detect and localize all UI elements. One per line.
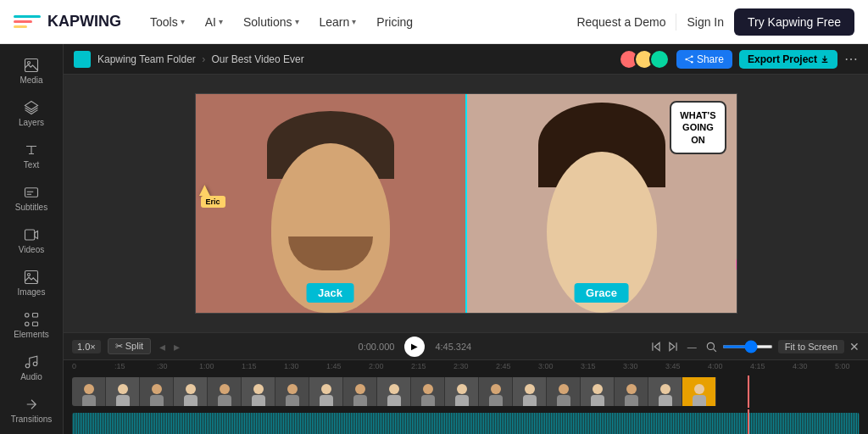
zoom-level[interactable]: 1.0×	[72, 340, 101, 353]
svg-rect-3	[25, 188, 38, 198]
svg-rect-6	[25, 230, 35, 240]
sidebar-item-videos[interactable]: Videos	[3, 220, 60, 261]
logo[interactable]: KAPWING	[14, 12, 121, 32]
ruler-mark: 4:30	[793, 362, 808, 370]
thumb-cell	[547, 377, 581, 406]
ruler-mark: 2:30	[453, 362, 469, 370]
thumb-cell	[411, 377, 445, 406]
try-free-button[interactable]: Try Kapwing Free	[734, 8, 854, 36]
audio-track[interactable]	[64, 409, 868, 434]
svg-point-22	[691, 55, 693, 58]
more-options-button[interactable]: ⋯	[844, 51, 858, 67]
svg-rect-8	[25, 271, 38, 284]
sidebar-item-layers[interactable]: Layers	[3, 93, 60, 134]
svg-point-30	[707, 342, 714, 349]
share-icon	[685, 55, 693, 64]
export-icon	[821, 55, 829, 64]
main-area: Kapwing Team Folder › Our Best Video Eve…	[64, 44, 868, 434]
project-title: Our Best Video Ever	[212, 53, 304, 65]
transitions-icon	[24, 397, 39, 412]
play-button[interactable]: ▶	[404, 337, 425, 357]
ruler-mark: 3:30	[623, 362, 638, 370]
nav-learn[interactable]: Learn ▾	[311, 10, 365, 34]
chevron-down-icon: ▾	[219, 17, 223, 26]
thumb-cell	[615, 377, 648, 406]
export-button[interactable]: Export Project	[739, 50, 837, 69]
images-icon	[24, 270, 39, 285]
svg-point-21	[685, 58, 687, 60]
svg-line-24	[687, 57, 692, 58]
zoom-separator: —	[687, 342, 697, 352]
ruler-mark: 1:15	[242, 362, 257, 370]
ruler-mark: 1:00	[199, 362, 214, 370]
sidebar-item-audio[interactable]: Audio	[3, 348, 60, 388]
time-ruler: 0 :15 :30 1:00 1:15 1:30 1:45 2:00 2:15 …	[64, 360, 868, 376]
fit-to-screen-button[interactable]: Fit to Screen	[778, 340, 844, 353]
project-bar: Kapwing Team Folder › Our Best Video Eve…	[64, 44, 868, 75]
ruler-mark: :15	[114, 362, 125, 370]
chevron-down-icon: ▾	[295, 17, 299, 26]
thumb-cell	[343, 377, 377, 406]
split-button[interactable]: ✂ Split	[108, 338, 151, 354]
request-demo-link[interactable]: Request a Demo	[576, 15, 665, 29]
chevron-down-icon: ▾	[352, 17, 356, 26]
svg-point-10	[25, 314, 30, 318]
ruler-mark: 3:00	[538, 362, 554, 370]
thumb-cell	[140, 377, 174, 406]
video-track[interactable]	[64, 376, 868, 408]
svg-point-1	[28, 62, 31, 64]
thumb-cell	[377, 377, 411, 406]
nav-pricing[interactable]: Pricing	[368, 10, 421, 34]
skip-back-icon[interactable]	[650, 341, 662, 353]
canvas-area[interactable]: Jack ▲ Eric WHAT'SGOINGON Grace ▲	[64, 75, 868, 332]
nav-ai[interactable]: AI ▾	[197, 10, 231, 34]
audio-waveform-track	[72, 413, 860, 434]
ruler-mark: 2:00	[369, 362, 384, 370]
ruler-mark: 1:30	[284, 362, 299, 370]
svg-marker-2	[25, 102, 38, 110]
total-time: 4:45.324	[435, 342, 471, 352]
elements-icon	[24, 312, 39, 327]
sidebar-item-elements[interactable]: Elements	[3, 305, 60, 346]
signin-link[interactable]: Sign In	[687, 15, 724, 29]
project-bar-right: Share Export Project ⋯	[619, 49, 858, 70]
svg-line-31	[713, 348, 716, 352]
ruler-mark: 3:15	[581, 362, 596, 370]
chevron-down-icon: ▾	[181, 17, 185, 26]
sidebar-item-images[interactable]: Images	[3, 263, 60, 303]
share-button[interactable]: Share	[676, 50, 732, 69]
close-timeline-button[interactable]: ✕	[849, 340, 860, 353]
kapwing-small-icon	[76, 53, 88, 65]
svg-point-12	[25, 322, 30, 326]
zoom-slider[interactable]	[722, 345, 773, 348]
ruler-mark: 5:00	[835, 362, 850, 370]
media-icon	[24, 58, 39, 73]
undo-button[interactable]: ◂	[159, 340, 165, 353]
thumb-cell	[106, 377, 140, 406]
nav-solutions[interactable]: Solutions ▾	[235, 10, 308, 34]
ruler-mark: 4:15	[750, 362, 765, 370]
speech-bubble: WHAT'SGOINGON	[670, 101, 726, 154]
svg-point-15	[33, 362, 37, 366]
video-panel-right: WHAT'SGOINGON Grace ▲ Em	[465, 94, 737, 313]
ruler-marks: 0 :15 :30 1:00 1:15 1:30 1:45 2:00 2:15 …	[72, 362, 860, 374]
timeline-controls: 1.0× ✂ Split ◂ ▸ 0:00.000 ▶ 4:45.324 —	[64, 333, 868, 360]
nav-tools[interactable]: Tools ▾	[142, 10, 193, 34]
editor: Media Layers Text Subtitles Videos Image…	[0, 44, 868, 434]
sidebar-item-text[interactable]: Text	[3, 136, 60, 176]
svg-marker-28	[670, 342, 675, 350]
sidebar-item-subtitles[interactable]: Subtitles	[3, 178, 60, 219]
thumb-cell	[72, 377, 106, 406]
sidebar-item-transitions[interactable]: Transitions	[3, 390, 60, 431]
redo-button[interactable]: ▸	[174, 340, 180, 353]
nav-divider	[676, 14, 676, 31]
sidebar-item-media[interactable]: Media	[3, 51, 60, 92]
jack-beard	[288, 236, 373, 270]
skip-forward-icon[interactable]	[667, 341, 679, 353]
svg-rect-13	[33, 322, 38, 326]
project-logo	[74, 51, 91, 68]
current-time: 0:00.000	[359, 342, 395, 352]
thumb-cell	[275, 377, 309, 406]
speech-bubble-text: WHAT'SGOINGON	[680, 110, 715, 145]
zoom-icon[interactable]	[705, 341, 717, 353]
